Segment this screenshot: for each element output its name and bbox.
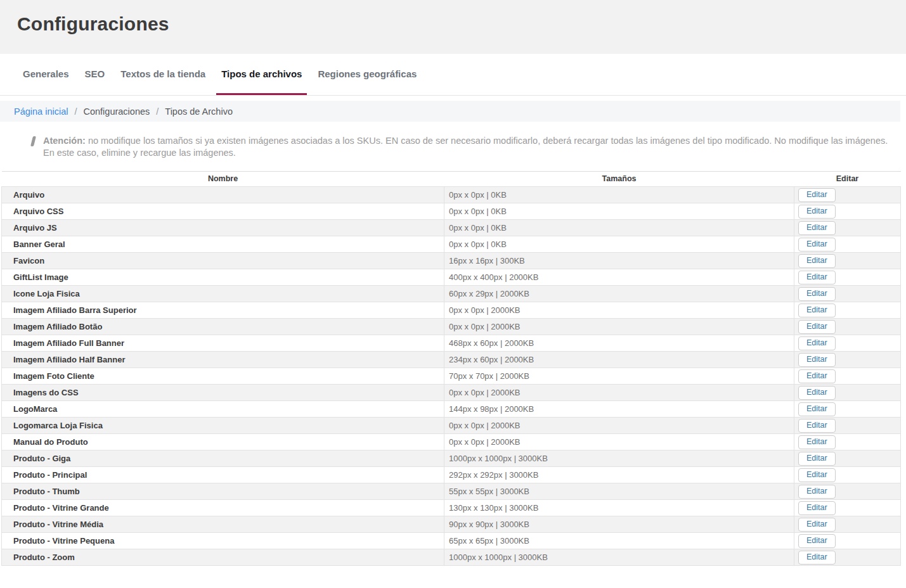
page-header: Configuraciones — [0, 0, 906, 54]
file-type-size: 0px x 0px | 0KB — [444, 236, 794, 253]
breadcrumb-item-configuraciones: Configuraciones — [83, 106, 150, 117]
table-row: Imagem Afiliado Botão0px x 0px | 2000KBE… — [2, 319, 901, 335]
edit-button[interactable]: Editar — [798, 419, 836, 433]
tab-regiones-geograficas[interactable]: Regiones geográficas — [313, 54, 422, 95]
breadcrumb-home-link[interactable]: Página inicial — [14, 106, 68, 117]
edit-button[interactable]: Editar — [798, 501, 836, 515]
file-type-size: 90px x 90px | 3000KB — [444, 516, 794, 533]
edit-cell: Editar — [794, 483, 901, 500]
file-types-table: Nombre Tamaños Editar Arquivo0px x 0px |… — [1, 171, 901, 566]
edit-button[interactable]: Editar — [798, 304, 836, 317]
file-type-size: 70px x 70px | 2000KB — [444, 368, 794, 385]
file-type-size: 292px x 292px | 3000KB — [444, 467, 794, 483]
file-type-size: 468px x 60px | 2000KB — [444, 335, 794, 352]
file-type-name: Icone Loja Fisica — [2, 286, 444, 302]
file-type-name: Produto - Principal — [2, 467, 444, 483]
edit-cell: Editar — [794, 533, 901, 549]
attention-bar-icon — [30, 136, 36, 146]
edit-button[interactable]: Editar — [798, 518, 836, 532]
breadcrumb-item-tipos-de-archivo: Tipos de Archivo — [165, 106, 233, 117]
table-header: Nombre Tamaños Editar — [2, 172, 901, 187]
edit-cell: Editar — [794, 220, 901, 236]
edit-button[interactable]: Editar — [798, 287, 836, 301]
edit-button[interactable]: Editar — [798, 336, 836, 350]
file-type-name: Produto - Vitrine Pequena — [2, 533, 444, 549]
file-type-size: 0px x 0px | 0KB — [444, 187, 794, 203]
file-type-size: 55px x 55px | 3000KB — [444, 483, 794, 500]
file-type-name: Arquivo JS — [2, 220, 444, 236]
file-type-name: Imagem Afiliado Barra Superior — [2, 302, 444, 319]
edit-button[interactable]: Editar — [798, 435, 836, 449]
tab-seo[interactable]: SEO — [80, 54, 110, 95]
file-type-name: Produto - Thumb — [2, 483, 444, 500]
file-type-size: 0px x 0px | 2000KB — [444, 418, 794, 434]
file-type-name: Imagem Afiliado Half Banner — [2, 352, 444, 368]
edit-cell: Editar — [794, 236, 901, 253]
edit-cell: Editar — [794, 500, 901, 516]
edit-button[interactable]: Editar — [798, 386, 836, 400]
table-row: Produto - Vitrine Média90px x 90px | 300… — [2, 516, 901, 533]
table-row: Banner Geral0px x 0px | 0KBEditar — [2, 236, 901, 253]
file-type-size: 0px x 0px | 0KB — [444, 203, 794, 220]
edit-button[interactable]: Editar — [798, 271, 836, 284]
file-type-size: 0px x 0px | 2000KB — [444, 319, 794, 335]
tab-tipos-de-archivos[interactable]: Tipos de archivos — [216, 54, 307, 95]
edit-button[interactable]: Editar — [798, 485, 836, 499]
edit-cell: Editar — [794, 302, 901, 319]
table-row: Imagem Afiliado Half Banner234px x 60px … — [2, 352, 901, 368]
file-type-size: 400px x 400px | 2000KB — [444, 269, 794, 286]
breadcrumb: Página inicial / Configuraciones / Tipos… — [0, 101, 900, 122]
edit-cell: Editar — [794, 253, 901, 269]
tab-generales[interactable]: Generales — [18, 54, 74, 95]
table-row: Imagem Foto Cliente70px x 70px | 2000KBE… — [2, 368, 901, 385]
edit-button[interactable]: Editar — [798, 551, 836, 565]
breadcrumb-separator: / — [74, 106, 77, 117]
file-type-name: Produto - Vitrine Média — [2, 516, 444, 533]
table-row: Produto - Zoom1000px x 1000px | 3000KBEd… — [2, 549, 901, 566]
edit-cell: Editar — [794, 319, 901, 335]
edit-cell: Editar — [794, 549, 901, 566]
table-row: Arquivo CSS0px x 0px | 0KBEditar — [2, 203, 901, 220]
file-type-size: 0px x 0px | 0KB — [444, 220, 794, 236]
edit-button[interactable]: Editar — [798, 468, 836, 482]
edit-cell: Editar — [794, 434, 901, 451]
file-type-name: Favicon — [2, 253, 444, 269]
file-type-size: 1000px x 1000px | 3000KB — [444, 549, 794, 566]
file-type-size: 60px x 29px | 2000KB — [444, 286, 794, 302]
edit-button[interactable]: Editar — [798, 188, 836, 202]
edit-cell: Editar — [794, 286, 901, 302]
edit-button[interactable]: Editar — [798, 238, 836, 252]
file-type-size: 0px x 0px | 2000KB — [444, 302, 794, 319]
table-row: Arquivo0px x 0px | 0KBEditar — [2, 187, 901, 203]
file-type-name: Imagem Afiliado Botão — [2, 319, 444, 335]
edit-cell: Editar — [794, 418, 901, 434]
tab-textos-de-la-tienda[interactable]: Textos de la tienda — [115, 54, 210, 95]
edit-button[interactable]: Editar — [798, 534, 836, 548]
edit-button[interactable]: Editar — [798, 254, 836, 268]
file-type-name: Produto - Vitrine Grande — [2, 500, 444, 516]
edit-button[interactable]: Editar — [798, 320, 836, 334]
edit-cell: Editar — [794, 385, 901, 401]
table-row: Arquivo JS0px x 0px | 0KBEditar — [2, 220, 901, 236]
file-type-size: 1000px x 1000px | 3000KB — [444, 451, 794, 467]
edit-button[interactable]: Editar — [798, 402, 836, 416]
edit-button[interactable]: Editar — [798, 369, 836, 383]
edit-cell: Editar — [794, 467, 901, 483]
file-type-size: 0px x 0px | 2000KB — [444, 434, 794, 451]
edit-button[interactable]: Editar — [798, 221, 836, 235]
edit-button[interactable]: Editar — [798, 353, 836, 367]
table-row: Manual do Produto0px x 0px | 2000KBEdita… — [2, 434, 901, 451]
table-row: Imagem Afiliado Barra Superior0px x 0px … — [2, 302, 901, 319]
edit-cell: Editar — [794, 451, 901, 467]
column-header-editar: Editar — [794, 172, 901, 187]
file-type-size: 130px x 130px | 3000KB — [444, 500, 794, 516]
edit-button[interactable]: Editar — [798, 452, 836, 466]
edit-cell: Editar — [794, 203, 901, 220]
edit-button[interactable]: Editar — [798, 205, 836, 219]
file-type-name: Imagem Afiliado Full Banner — [2, 335, 444, 352]
table-row: Produto - Vitrine Pequena65px x 65px | 3… — [2, 533, 901, 549]
file-type-name: Logomarca Loja Fisica — [2, 418, 444, 434]
table-row: Imagens do CSS0px x 0px | 2000KBEditar — [2, 385, 901, 401]
table-row: Logomarca Loja Fisica0px x 0px | 2000KBE… — [2, 418, 901, 434]
table-row: Favicon16px x 16px | 300KBEditar — [2, 253, 901, 269]
